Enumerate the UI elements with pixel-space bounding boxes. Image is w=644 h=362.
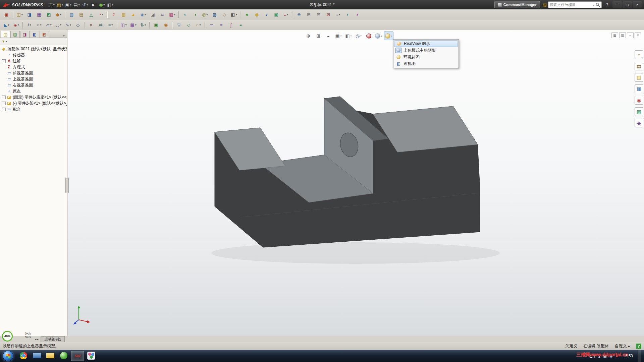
viewport-split-button[interactable]: ▥ xyxy=(619,32,626,38)
menu-item-shadows-in-shaded-mode[interactable]: 上色模式中的阴影 xyxy=(394,47,458,54)
drawing-icon[interactable]: ▨ xyxy=(210,10,219,19)
tab-featuremanager[interactable]: ◫ xyxy=(1,31,10,38)
construction-geometry-icon[interactable]: ○ xyxy=(194,21,203,29)
equation-curve-icon[interactable]: ∫ xyxy=(226,21,235,29)
close-documents-icon[interactable]: ⊠ xyxy=(324,10,333,19)
select-icon[interactable]: ► xyxy=(90,1,98,8)
tab-propertymanager[interactable]: ▤ xyxy=(10,31,20,38)
paint-app-icon[interactable] xyxy=(85,351,98,360)
menu-item-perspective[interactable]: ◧ 透视图 xyxy=(394,60,458,67)
tree-expander-icon[interactable]: + xyxy=(2,96,6,99)
tree-item-right-plane[interactable]: + ▱ 右视基准面 xyxy=(0,82,67,88)
minimize-document-button[interactable]: – xyxy=(627,32,634,38)
edit-appearance-button[interactable] xyxy=(364,32,373,40)
selection-filter-icon[interactable]: ◌ xyxy=(333,10,342,19)
tree-item-part2-frame[interactable]: + ◪ (-) 零件2-架<1> (默认<<默认>_显示状态 1>) xyxy=(0,100,67,106)
tab-configurationmanager[interactable]: ◨ xyxy=(20,31,30,38)
mirror-entities-icon[interactable]: ◫ xyxy=(119,21,128,29)
mate-icon[interactable]: ◨ xyxy=(25,10,34,19)
insert-components-icon[interactable]: ◫ xyxy=(15,10,24,19)
datum-icon[interactable]: ▽ xyxy=(174,21,183,29)
tree-expander-icon[interactable]: + xyxy=(2,59,6,63)
zoom-to-fit-button[interactable]: ⊕ xyxy=(304,32,313,40)
appearances-scenes-icon[interactable]: ◉ xyxy=(635,96,643,105)
polygon-icon[interactable]: ◇ xyxy=(73,21,83,29)
green-browser-icon[interactable] xyxy=(57,351,70,360)
tab-scroll-icon[interactable]: ◂ xyxy=(35,338,37,341)
graphics-viewport[interactable] xyxy=(67,30,644,336)
open-document-icon[interactable]: ▨ xyxy=(56,1,64,8)
section-view-icon[interactable]: ▱ xyxy=(158,10,167,19)
file-explorer-icon[interactable]: ▨ xyxy=(635,73,643,82)
view-palette-icon[interactable]: ▦ xyxy=(635,84,643,93)
smart-dimension-icon[interactable]: ◈ xyxy=(12,21,21,29)
convert-entities-icon[interactable]: ⇄ xyxy=(96,21,105,29)
apply-scene-button[interactable] xyxy=(374,32,383,40)
new-motion-study-icon[interactable]: ◔ xyxy=(96,10,105,19)
rebuild-icon[interactable]: ◉ xyxy=(98,1,106,8)
evaluate-icon[interactable]: ◈ xyxy=(139,10,148,19)
tab-dimxpertmanager[interactable]: ◧ xyxy=(30,31,39,38)
undo-icon[interactable]: ↺ xyxy=(81,1,89,8)
documents-folder-icon[interactable] xyxy=(44,351,57,360)
search-icon[interactable] xyxy=(596,3,600,7)
new-document-icon[interactable]: ▢ xyxy=(48,1,56,8)
chrome-icon[interactable] xyxy=(17,351,30,360)
smart-fasteners-icon[interactable]: ◩ xyxy=(44,10,53,19)
section-view-button[interactable]: ◒ xyxy=(324,32,333,40)
tree-item-part1-base[interactable]: + ◪ (固定) 零件1-底座<1> (默认<<默认>_显示状态 1>) xyxy=(0,94,67,100)
grid-icon[interactable]: ⊞ xyxy=(304,10,313,19)
instant2d-icon[interactable]: ◕ xyxy=(236,21,245,29)
menu-item-ambient-occlusion[interactable]: 环境封闭 xyxy=(394,54,458,60)
tree-expander-icon[interactable]: + xyxy=(2,108,6,111)
open-folder-icon[interactable]: ▨ xyxy=(543,2,547,7)
filter-icon[interactable]: ▼ xyxy=(2,40,5,43)
tab-displaymanager[interactable]: ◩ xyxy=(40,31,49,38)
display-states-icon[interactable]: ◑ xyxy=(191,10,200,19)
forum-icon[interactable]: ◈ xyxy=(635,119,643,127)
appearances-icon[interactable]: ◐ xyxy=(181,10,190,19)
tree-item-mates[interactable]: + ∞ 配合 xyxy=(0,106,67,112)
custom-properties-icon[interactable]: ▩ xyxy=(635,107,643,116)
tree-item-top-plane[interactable]: + ▱ 上视基准面 xyxy=(0,76,67,82)
schedule-render-icon[interactable]: ▣ xyxy=(272,10,281,19)
tree-expander-icon[interactable]: + xyxy=(2,102,6,105)
search-scope-caret-icon[interactable] xyxy=(593,2,594,8)
quick-snaps-icon[interactable]: ▣ xyxy=(152,21,161,29)
menu-item-realview-graphics[interactable]: RealView 图形 xyxy=(394,40,458,47)
line-icon[interactable]: / xyxy=(25,21,34,29)
assembly-features-icon[interactable]: ▤ xyxy=(77,10,86,19)
hide-show-items-button[interactable]: ◎ xyxy=(354,32,363,40)
sketch-picture-icon[interactable]: ◇ xyxy=(184,21,193,29)
offset-entities-icon[interactable]: ≡ xyxy=(106,21,115,29)
bill-of-materials-icon[interactable]: ▧ xyxy=(119,10,128,19)
tools-options-icon[interactable]: ◧ xyxy=(229,10,238,19)
render-region-icon[interactable]: ◒ xyxy=(281,10,290,19)
panel-splitter-grip[interactable] xyxy=(65,178,69,193)
slot-icon[interactable]: ▭ xyxy=(207,21,216,29)
tab-scroll-icon[interactable]: ▸ xyxy=(37,338,39,341)
sketch-icon[interactable]: ◣ xyxy=(2,21,11,29)
move-entities-icon[interactable]: ⇅ xyxy=(139,21,148,29)
reference-geometry-icon[interactable]: △ xyxy=(87,10,96,19)
linear-component-pattern-icon[interactable]: ▦ xyxy=(35,10,44,19)
solidworks-resources-icon[interactable]: ⌂ xyxy=(635,50,643,59)
motion-study-tab[interactable]: 运动算例1 xyxy=(41,336,65,342)
print-document-icon[interactable]: ▤ xyxy=(73,1,81,8)
status-help-button[interactable]: ? xyxy=(636,344,641,349)
tree-item-equations[interactable]: + Σ 方程式 xyxy=(0,64,67,70)
pair-view-icon[interactable]: ◗ xyxy=(353,10,362,19)
render-icon[interactable]: ● xyxy=(243,10,252,19)
viewport-pane-button[interactable]: ▦ xyxy=(611,32,618,38)
render-options-icon[interactable]: ◕ xyxy=(262,10,271,19)
show-hidden-components-icon[interactable]: ▥ xyxy=(67,10,76,19)
circle-icon[interactable]: ○ xyxy=(35,21,44,29)
design-library-icon[interactable]: ▤ xyxy=(635,62,643,70)
minimize-window-button[interactable]: – xyxy=(612,1,622,8)
tree-item-front-plane[interactable]: + ▱ 前视基准面 xyxy=(0,70,67,76)
options-icon[interactable]: ◧ xyxy=(106,1,114,8)
close-window-button[interactable]: × xyxy=(633,1,642,8)
rapid-sketch-icon[interactable]: ◉ xyxy=(161,21,170,29)
move-component-icon[interactable]: ◆ xyxy=(54,10,63,19)
filter-caret-icon[interactable]: ▾ xyxy=(6,40,7,43)
